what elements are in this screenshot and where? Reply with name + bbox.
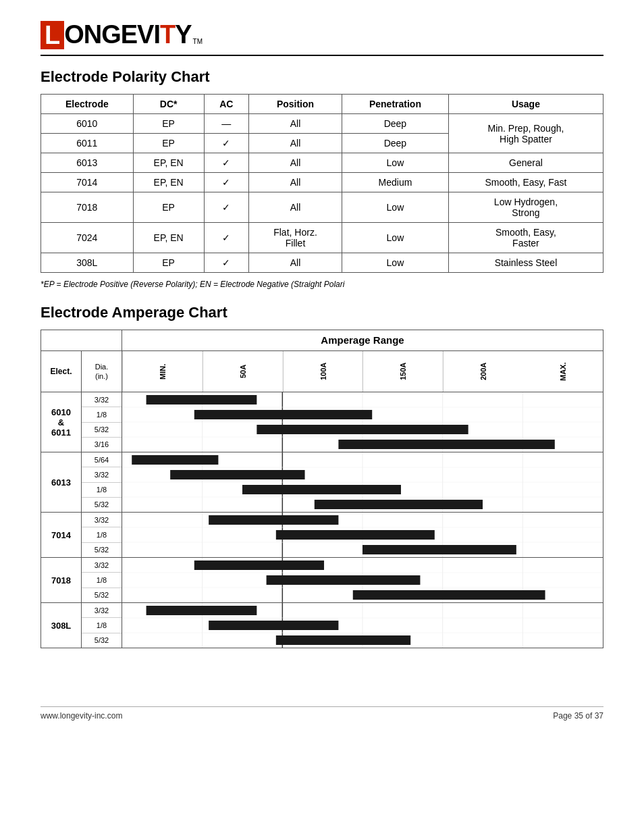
svg-rect-51 bbox=[353, 590, 545, 600]
svg-rect-63 bbox=[276, 635, 410, 645]
amp-data-section: 6010&60113/321/85/323/16 bbox=[41, 392, 603, 452]
polarity-section: Electrode Polarity Chart Electrode DC* A… bbox=[41, 68, 603, 289]
footer-content: www.longevity-inc.com Page 35 of 37 bbox=[41, 711, 603, 721]
amp-data-section: 60135/643/321/85/32 bbox=[41, 452, 603, 513]
amp-dia-cell: 3/16 bbox=[82, 438, 122, 452]
logo-area: L ONGEVITY TM bbox=[41, 20, 603, 49]
cell-dc: EP, EN bbox=[133, 223, 204, 253]
svg-rect-49 bbox=[267, 575, 421, 585]
cell-ac: ✓ bbox=[204, 192, 248, 223]
amp-dia-label: Dia. (in.) bbox=[82, 351, 122, 392]
table-row: 7018EP✓AllLowLow Hydrogen,Strong bbox=[41, 192, 603, 223]
amp-dia-cell: 3/32 bbox=[82, 392, 122, 407]
cell-usage: Min. Prep, Rough,High Spatter bbox=[448, 114, 603, 153]
cell-electrode: 6011 bbox=[41, 134, 134, 153]
amp-scale-label: 100A bbox=[283, 351, 363, 392]
amp-bars-wrapper bbox=[122, 452, 603, 512]
amp-elec-name: 6013 bbox=[41, 452, 82, 512]
amp-dia-cell: 1/8 bbox=[82, 407, 122, 422]
amp-scale-label: 50A bbox=[203, 351, 283, 392]
amp-bars-wrapper bbox=[122, 513, 603, 557]
page-footer: www.longevity-inc.com Page 35 of 37 bbox=[41, 702, 603, 721]
cell-position: All bbox=[249, 192, 342, 223]
amp-left-col-header bbox=[41, 330, 122, 350]
amp-dia-cell: 1/8 bbox=[82, 618, 122, 633]
cell-penetration: Deep bbox=[342, 134, 448, 153]
amp-dia-col: 3/321/85/32 bbox=[82, 603, 122, 648]
footer-website: www.longevity-inc.com bbox=[41, 711, 122, 721]
cell-position: All bbox=[249, 173, 342, 192]
amp-scale-label: 200A bbox=[443, 351, 523, 392]
amp-dia-cell: 3/32 bbox=[82, 513, 122, 527]
cell-penetration: Medium bbox=[342, 173, 448, 192]
amp-bars-wrapper bbox=[122, 558, 603, 602]
amperage-chart-wrapper: Amperage Range Elect. Dia. (in.) MIN.50A… bbox=[41, 330, 603, 648]
amp-scale-cells: MIN.50A100A150A200AMAX. bbox=[122, 351, 603, 392]
amp-dia-cell: 1/8 bbox=[82, 483, 122, 498]
amp-scale-row: Elect. Dia. (in.) MIN.50A100A150A200AMAX… bbox=[41, 351, 603, 392]
cell-usage: General bbox=[448, 153, 603, 173]
col-position: Position bbox=[249, 95, 342, 114]
amp-dia-cell: 3/32 bbox=[82, 467, 122, 482]
polarity-chart-title: Electrode Polarity Chart bbox=[41, 68, 603, 86]
amp-range-header: Amperage Range bbox=[122, 330, 603, 350]
amp-dia-cell: 5/32 bbox=[82, 633, 122, 648]
col-ac: AC bbox=[204, 95, 248, 114]
amp-data-section: 308L3/321/85/32 bbox=[41, 603, 603, 648]
amperage-section: Electrode Amperage Chart Amperage Range … bbox=[41, 304, 603, 648]
cell-penetration: Deep bbox=[342, 114, 448, 134]
svg-rect-7 bbox=[146, 395, 257, 405]
cell-position: All bbox=[249, 253, 342, 273]
amp-elec-name: 308L bbox=[41, 603, 82, 648]
amp-bars-wrapper bbox=[122, 392, 603, 452]
cell-dc: EP, EN bbox=[133, 153, 204, 173]
cell-penetration: Low bbox=[342, 223, 448, 253]
footer-line bbox=[41, 706, 603, 707]
cell-position: All bbox=[249, 134, 342, 153]
svg-rect-11 bbox=[257, 425, 468, 434]
svg-rect-39 bbox=[363, 545, 516, 554]
svg-rect-21 bbox=[132, 455, 218, 465]
polarity-table: Electrode DC* AC Position Penetration Us… bbox=[41, 94, 603, 273]
cell-electrode: 6010 bbox=[41, 114, 134, 134]
cell-position: All bbox=[249, 153, 342, 173]
amp-bars-wrapper bbox=[122, 603, 603, 648]
header-divider bbox=[41, 55, 603, 56]
amp-dia-col: 3/321/85/323/16 bbox=[82, 392, 122, 452]
footer-page-info: Page 35 of 37 bbox=[553, 711, 603, 721]
svg-rect-47 bbox=[194, 561, 324, 570]
table-row: 6013EP, EN✓AllLowGeneral bbox=[41, 153, 603, 173]
cell-electrode: 7024 bbox=[41, 223, 134, 253]
amp-dia-col: 3/321/85/32 bbox=[82, 558, 122, 602]
amp-elec-name: 7014 bbox=[41, 513, 82, 557]
polarity-table-header-row: Electrode DC* AC Position Penetration Us… bbox=[41, 95, 603, 114]
amp-dia-cell: 3/32 bbox=[82, 558, 122, 573]
cell-position: All bbox=[249, 114, 342, 134]
amp-scale-label: 150A bbox=[363, 351, 443, 392]
table-row: 7014EP, EN✓AllMediumSmooth, Easy, Fast bbox=[41, 173, 603, 192]
cell-usage: Smooth, Easy, Fast bbox=[448, 173, 603, 192]
amp-dia-cell: 5/32 bbox=[82, 423, 122, 438]
cell-position: Flat, Horz.Fillet bbox=[249, 223, 342, 253]
amp-dia-cell: 3/32 bbox=[82, 603, 122, 618]
col-usage: Usage bbox=[448, 95, 603, 114]
svg-rect-35 bbox=[209, 515, 338, 525]
svg-rect-13 bbox=[338, 440, 554, 449]
cell-ac: ✓ bbox=[204, 134, 248, 153]
cell-dc: EP bbox=[133, 134, 204, 153]
amperage-chart-title: Electrode Amperage Chart bbox=[41, 304, 603, 321]
cell-dc: EP, EN bbox=[133, 173, 204, 192]
cell-usage: Stainless Steel bbox=[448, 253, 603, 273]
svg-rect-23 bbox=[170, 470, 304, 479]
cell-electrode: 6013 bbox=[41, 153, 134, 173]
table-row: 7024EP, EN✓Flat, Horz.FilletLowSmooth, E… bbox=[41, 223, 603, 253]
svg-rect-59 bbox=[146, 606, 257, 615]
col-penetration: Penetration bbox=[342, 95, 448, 114]
polarity-footnote: *EP = Electrode Positive (Reverse Polari… bbox=[41, 280, 603, 289]
col-electrode: Electrode bbox=[41, 95, 134, 114]
cell-ac: ✓ bbox=[204, 153, 248, 173]
cell-dc: EP bbox=[133, 114, 204, 134]
logo-tm: TM bbox=[193, 38, 203, 45]
svg-rect-37 bbox=[276, 530, 435, 540]
svg-rect-61 bbox=[209, 621, 338, 630]
